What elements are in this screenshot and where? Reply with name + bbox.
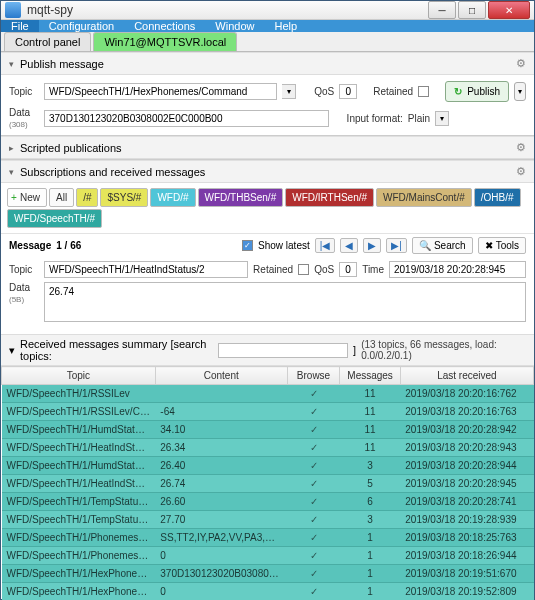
menu-configuration[interactable]: Configuration [39,20,124,32]
table-row[interactable]: WFD/SpeechTH/1/TempStatus/126.60✓62019/0… [2,493,534,511]
detail-data-area[interactable]: 26.74 [44,282,526,322]
detail-topic-input[interactable] [44,261,248,278]
col-messages[interactable]: Messages [340,367,400,385]
col-topic[interactable]: Topic [2,367,156,385]
app-window: mqtt-spy ─ □ ✕ File Configuration Connec… [0,0,535,600]
publish-button[interactable]: ↻ Publish [445,81,509,102]
filter-ohb[interactable]: /OHB/# [474,188,521,207]
received-stats: (13 topics, 66 messages, load: 0.0/0.2/0… [361,339,526,361]
table-row[interactable]: WFD/SpeechTH/1/Phonemes/C...SS,TT2,IY,PA… [2,529,534,547]
chevron-down-icon: ▾ [9,344,15,357]
subscriptions-title: Subscriptions and received messages [20,166,205,178]
detail-qos-label: QoS [314,264,334,275]
filter-wfdthbsen[interactable]: WFD/THBSen/# [198,188,284,207]
topic-filter-row: NewAll/#$SYS/#WFD/#WFD/THBSen/#WFD/IRTHS… [1,183,534,233]
tab-control-panel[interactable]: Control panel [4,32,91,51]
detail-data-label: Data (5B) [9,282,39,304]
tab-connection[interactable]: Win71@MQTTSVR.local [93,32,237,51]
search-topics-input[interactable] [218,343,348,358]
subscriptions-header[interactable]: ▾ Subscriptions and received messages ⚙ [1,160,534,183]
received-summary-title: Received messages summary [search topics… [20,338,213,362]
scripted-panel: ▸ Scripted publications ⚙ [1,136,534,160]
publish-header[interactable]: ▾ Publish message ⚙ [1,52,534,75]
chevron-down-icon: ▾ [9,59,14,69]
titlebar[interactable]: mqtt-spy ─ □ ✕ [1,1,534,20]
retained-checkbox[interactable] [418,86,429,97]
table-row[interactable]: WFD/SpeechTH/1/HexPhonem...370D130123020… [2,565,534,583]
table-row[interactable]: WFD/SpeechTH/1/HexPhonem...0✓12019/03/18… [2,583,534,601]
scripted-title: Scripted publications [20,142,122,154]
menu-connections[interactable]: Connections [124,20,205,32]
data-label: Data (308) [9,107,39,129]
wrench-icon: ✖ [485,240,493,251]
publish-arrow-icon: ↻ [454,86,462,97]
gear-icon[interactable]: ⚙ [516,141,526,154]
publish-title: Publish message [20,58,104,70]
show-latest-checkbox[interactable]: ✓ [242,240,253,251]
menubar: File Configuration Connections Window He… [1,20,534,32]
nav-first-button[interactable]: |◀ [315,238,336,253]
filter-[interactable]: /# [76,188,98,207]
table-row[interactable]: WFD/SpeechTH/1/HeatIndStat...26.74✓52019… [2,475,534,493]
app-icon [5,2,21,18]
detail-time-label: Time [362,264,384,275]
table-row[interactable]: WFD/SpeechTH/1/HumdStatus/226.40✓32019/0… [2,457,534,475]
menu-file[interactable]: File [1,20,39,32]
publish-button-label: Publish [467,86,500,97]
nav-prev-button[interactable]: ◀ [340,238,358,253]
table-row[interactable]: WFD/SpeechTH/1/HeatIndStat...26.34✓11201… [2,439,534,457]
detail-time-input[interactable] [389,261,526,278]
search-icon: 🔍 [419,240,431,251]
received-summary-header[interactable]: ▾ Received messages summary [search topi… [1,334,534,366]
scripted-header[interactable]: ▸ Scripted publications ⚙ [1,136,534,159]
qos-label: QoS [314,86,334,97]
col-browse[interactable]: Browse [287,367,340,385]
close-button[interactable]: ✕ [488,1,530,19]
gear-icon[interactable]: ⚙ [516,165,526,178]
table-row[interactable]: WFD/SpeechTH/1/Phonemes/C...0✓12019/03/1… [2,547,534,565]
menu-window[interactable]: Window [205,20,264,32]
publish-panel: ▾ Publish message ⚙ Topic ▾ QoS 0 Retain… [1,52,534,136]
publish-split-button[interactable]: ▾ [514,82,526,101]
filter-wfdirthsen[interactable]: WFD/IRTHSen/# [285,188,374,207]
filter-wfdmainscont[interactable]: WFD/MainsCont/# [376,188,472,207]
publish-data-input[interactable] [44,110,329,127]
message-nav: Message 1 / 66 ✓ Show latest |◀ ◀ ▶ ▶| 🔍… [1,233,534,257]
table-row[interactable]: WFD/SpeechTH/1/RSSILev✓112019/03/18 20:2… [2,385,534,403]
retained-label: Retained [373,86,413,97]
publish-topic-input[interactable] [44,83,277,100]
nav-next-button[interactable]: ▶ [363,238,381,253]
topic-label: Topic [9,86,39,97]
topic-dropdown-icon[interactable]: ▾ [282,84,296,99]
search-button[interactable]: 🔍Search [412,237,473,254]
input-format-dropdown[interactable]: ▾ [435,111,449,126]
detail-qos-value: 0 [339,262,357,277]
filter-wfd[interactable]: WFD/# [150,188,195,207]
chevron-down-icon: ▾ [9,167,14,177]
chevron-right-icon: ▸ [9,143,14,153]
detail-retained-checkbox[interactable] [298,264,309,275]
table-row[interactable]: WFD/SpeechTH/1/RSSILev/Con...-64✓112019/… [2,403,534,421]
minimize-button[interactable]: ─ [428,1,456,19]
filter-all[interactable]: All [49,188,74,207]
tools-button[interactable]: ✖Tools [478,237,526,254]
message-detail: Topic Retained QoS 0 Time Data (5B) 26.7… [1,257,534,334]
filter-new[interactable]: New [7,188,47,207]
maximize-button[interactable]: □ [458,1,486,19]
table-row[interactable]: WFD/SpeechTH/1/TempStatus/227.70✓32019/0… [2,511,534,529]
received-messages-table: Topic Content Browse Messages Last recei… [1,366,534,600]
qos-value[interactable]: 0 [339,84,357,99]
nav-last-button[interactable]: ▶| [386,238,407,253]
filter-wfdspeechth[interactable]: WFD/SpeechTH/# [7,209,102,228]
window-title: mqtt-spy [27,3,426,17]
table-row[interactable]: WFD/SpeechTH/1/HumdStatus/134.10✓112019/… [2,421,534,439]
menu-help[interactable]: Help [264,20,307,32]
filter-sys[interactable]: $SYS/# [100,188,148,207]
connection-tabs: Control panel Win71@MQTTSVR.local [1,32,534,52]
message-counter: 1 / 66 [56,240,81,251]
col-content[interactable]: Content [155,367,287,385]
col-last[interactable]: Last received [400,367,533,385]
input-format-label: Input format: [347,113,403,124]
gear-icon[interactable]: ⚙ [516,57,526,70]
detail-retained-label: Retained [253,264,293,275]
